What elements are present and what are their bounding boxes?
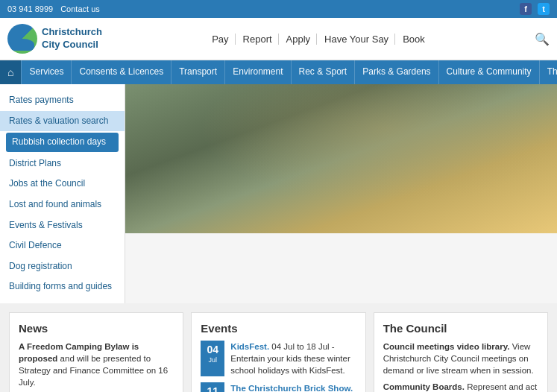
header-nav: Pay Report Apply Have Your Say Book <box>102 34 535 45</box>
event-desc-1: KidsFest. 04 Jul to 18 Jul - Entertain y… <box>230 341 356 376</box>
phone-number: 03 941 8999 <box>7 4 53 13</box>
event-date-2: 11 Jul <box>201 382 224 392</box>
twitter-icon[interactable]: t <box>538 3 550 15</box>
event-item-1: 04 Jul KidsFest. 04 Jul to 18 Jul - Ente… <box>201 341 356 376</box>
svg-rect-0 <box>125 84 557 233</box>
sidebar: Rates payments Rates & valuation search … <box>0 84 125 303</box>
nav-parks[interactable]: Parks & Gardens <box>354 60 438 84</box>
nav-transport[interactable]: Transport <box>171 60 224 84</box>
hero-image <box>125 84 557 233</box>
council-headline-1: Council meetings video library. <box>383 342 510 351</box>
sidebar-rates-payments[interactable]: Rates payments <box>0 90 125 111</box>
logo-image <box>7 24 37 54</box>
nav-rebuild[interactable]: The Rebuild <box>539 60 557 84</box>
nav-environment[interactable]: Environment <box>224 60 290 84</box>
header: Christchurch City Council Pay Report App… <box>0 18 557 60</box>
council-title: The Council <box>383 322 538 335</box>
nav-book[interactable]: Book <box>397 34 431 45</box>
events-title: Events <box>201 322 356 335</box>
news-card: News A Freedom Camping Bylaw is proposed… <box>9 312 183 392</box>
search-icon[interactable]: 🔍 <box>535 32 550 46</box>
nav-apply[interactable]: Apply <box>280 34 318 45</box>
council-headline-2: Community Boards. <box>383 382 465 391</box>
svg-marker-2 <box>125 144 557 233</box>
sidebar-civil-defence[interactable]: Civil Defence <box>0 235 125 256</box>
nav-rec-sport[interactable]: Rec & Sport <box>291 60 355 84</box>
sidebar-events-festivals[interactable]: Events & Festivals <box>0 215 125 236</box>
council-item-1: Council meetings video library. View Chr… <box>383 341 538 376</box>
sidebar-rates-valuation[interactable]: Rates & valuation search <box>0 111 125 132</box>
nav-consents[interactable]: Consents & Licences <box>71 60 171 84</box>
main-nav: ⌂ Services Consents & Licences Transport… <box>0 60 557 84</box>
sidebar-building-forms[interactable]: Building forms and guides <box>0 276 125 297</box>
logo-text: Christchurch City Council <box>42 26 102 51</box>
sidebar-district-plans[interactable]: District Plans <box>0 154 125 174</box>
nav-have-your-say[interactable]: Have Your Say <box>318 34 395 45</box>
nav-services[interactable]: Services <box>21 60 71 84</box>
contact-link[interactable]: Contact us <box>60 4 100 13</box>
cards-section: News A Freedom Camping Bylaw is proposed… <box>0 303 557 392</box>
council-card: The Council Council meetings video libra… <box>374 312 548 392</box>
top-bar: 03 941 8999 Contact us f t <box>0 0 557 18</box>
sidebar-lost-found[interactable]: Lost and found animals <box>0 195 125 215</box>
home-icon: ⌂ <box>7 66 13 78</box>
home-nav-button[interactable]: ⌂ <box>0 60 21 84</box>
news-title: News <box>19 322 174 335</box>
svg-marker-1 <box>125 107 557 233</box>
events-card: Events 04 Jul KidsFest. 04 Jul to 18 Jul… <box>191 312 365 392</box>
event-item-2: 11 Jul The Christchurch Brick Show. 11 J… <box>201 382 356 392</box>
sidebar-dog-registration[interactable]: Dog registration <box>0 256 125 277</box>
sidebar-rubbish[interactable]: Rubbish collection days <box>6 133 119 152</box>
council-item-2: Community Boards. Represent and act as a… <box>383 381 538 392</box>
nav-culture[interactable]: Culture & Community <box>438 60 539 84</box>
search-area: 🔍 <box>535 32 550 46</box>
sidebar-jobs[interactable]: Jobs at the Council <box>0 174 125 195</box>
content-area: Rates payments Rates & valuation search … <box>0 84 557 303</box>
event-desc-2: The Christchurch Brick Show. 11 Jul to 1… <box>230 382 356 392</box>
news-item-1: A Freedom Camping Bylaw is proposed and … <box>19 341 174 388</box>
facebook-icon[interactable]: f <box>520 3 532 15</box>
nav-report[interactable]: Report <box>237 34 279 45</box>
top-bar-left: 03 941 8999 Contact us <box>7 4 100 13</box>
top-bar-right: f t <box>520 3 550 15</box>
logo[interactable]: Christchurch City Council <box>7 24 102 54</box>
nav-pay[interactable]: Pay <box>206 34 235 45</box>
event-date-1: 04 Jul <box>201 341 224 376</box>
